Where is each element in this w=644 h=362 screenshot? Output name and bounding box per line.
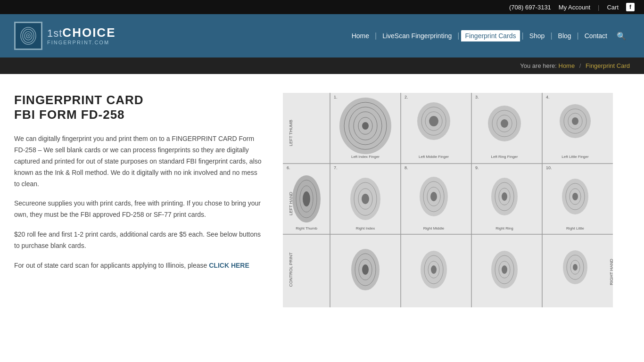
logo-brand-text: 1stCHOICE <box>47 26 116 39</box>
svg-text:Left Ring Finger: Left Ring Finger <box>491 155 518 159</box>
logo-fingerprint-icon <box>19 26 38 45</box>
logo-text: 1stCHOICE FINGERPRINT.COM <box>47 26 116 45</box>
svg-text:LEFT THUMB: LEFT THUMB <box>289 120 293 146</box>
svg-point-32 <box>572 117 578 125</box>
logo-area[interactable]: 1stCHOICE FINGERPRINT.COM <box>14 22 116 50</box>
nav-contact[interactable]: Contact <box>581 30 611 41</box>
svg-point-52 <box>572 193 578 200</box>
nav-home[interactable]: Home <box>348 30 373 41</box>
paragraph-1: We can digitally fingerprint you and pri… <box>14 133 264 189</box>
search-icon[interactable]: 🔍 <box>613 30 630 42</box>
svg-point-44 <box>430 192 437 201</box>
svg-text:8.: 8. <box>405 165 408 170</box>
svg-point-68 <box>573 264 578 271</box>
svg-point-4 <box>28 35 29 37</box>
svg-text:2.: 2. <box>405 95 408 99</box>
paragraph-2: Secureone supplies you with print cards,… <box>14 198 264 221</box>
breadcrumb-prefix: You are here: <box>520 62 557 69</box>
svg-text:CONTROL PRINT: CONTROL PRINT <box>289 252 293 287</box>
svg-text:1.: 1. <box>334 95 338 99</box>
svg-point-28 <box>501 119 508 128</box>
image-section: LEFT THUMB LEFT HAND CONTROL PRINT <box>283 93 613 307</box>
svg-point-60 <box>431 265 437 274</box>
svg-text:3.: 3. <box>475 95 479 99</box>
svg-text:RIGHT HAND: RIGHT HAND <box>609 259 613 285</box>
svg-point-40 <box>362 194 369 204</box>
breadcrumb-home[interactable]: Home <box>559 62 575 69</box>
svg-text:Left Middle Finger: Left Middle Finger <box>419 155 449 159</box>
breadcrumb-separator: / <box>579 62 581 69</box>
svg-text:10.: 10. <box>546 165 552 170</box>
fingerprint-card-svg: LEFT THUMB LEFT HAND CONTROL PRINT <box>283 93 613 307</box>
svg-text:Right Little: Right Little <box>566 226 584 230</box>
svg-point-36 <box>303 191 310 206</box>
fingerprint-card-image: LEFT THUMB LEFT HAND CONTROL PRINT <box>283 93 613 307</box>
nav-sep-5: | <box>577 32 579 40</box>
nav-shop[interactable]: Shop <box>526 30 549 41</box>
svg-text:Right Ring: Right Ring <box>495 226 513 230</box>
my-account-link[interactable]: My Account <box>559 4 590 11</box>
click-here-link[interactable]: CLICK HERE <box>209 262 249 269</box>
svg-text:Right Middle: Right Middle <box>423 226 445 230</box>
svg-text:7.: 7. <box>334 165 338 170</box>
nav-sep-2: | <box>457 32 459 40</box>
nav-livescan[interactable]: LiveScan Fingerprinting <box>379 30 455 41</box>
breadcrumb-current: Fingerprint Card <box>586 62 630 69</box>
svg-text:9.: 9. <box>475 165 479 170</box>
logo-box <box>14 22 42 50</box>
svg-text:Right Thumb: Right Thumb <box>296 226 317 230</box>
main-nav: Home | LiveScan Fingerprinting | Fingerp… <box>348 30 630 42</box>
breadcrumb: You are here: Home / Fingerprint Card <box>520 62 630 69</box>
facebook-link[interactable]: f <box>626 3 635 11</box>
content-area: FINGERPRINT CARD FBI FORM FD-258 We can … <box>0 74 644 326</box>
svg-point-20 <box>362 122 369 130</box>
logo-choice: CHOICE <box>62 25 116 40</box>
top-bar: (708) 697-3131 My Account | Cart f <box>0 0 644 14</box>
svg-point-64 <box>502 265 507 274</box>
phone-number: (708) 697-3131 <box>509 4 551 11</box>
svg-text:4.: 4. <box>546 95 550 99</box>
para4-text: For out of state card scan for applicant… <box>14 262 209 269</box>
svg-text:Left Index Finger: Left Index Finger <box>351 155 380 159</box>
svg-point-56 <box>362 264 369 275</box>
nav-sep-3: | <box>522 32 524 40</box>
nav-fingerprint-cards[interactable]: Fingerprint Cards <box>461 30 520 41</box>
svg-text:6.: 6. <box>287 165 290 170</box>
logo-subtitle: FINGERPRINT.COM <box>47 40 116 45</box>
svg-point-48 <box>502 192 507 201</box>
page-title: FINGERPRINT CARD FBI FORM FD-258 <box>14 93 264 122</box>
svg-point-24 <box>429 116 438 126</box>
logo-first: 1st <box>47 27 62 39</box>
paragraph-4: For out of state card scan for applicant… <box>14 260 264 272</box>
nav-sep-1: | <box>375 32 377 40</box>
cart-link[interactable]: Cart <box>607 4 619 11</box>
header: 1stCHOICE FINGERPRINT.COM Home | LiveSca… <box>0 14 644 58</box>
facebook-icon: f <box>626 3 635 11</box>
svg-text:Left Little Finger: Left Little Finger <box>561 155 589 159</box>
text-section: FINGERPRINT CARD FBI FORM FD-258 We can … <box>14 93 264 307</box>
paragraph-3: $20 roll fee and first 1-2 print cards, … <box>14 229 264 252</box>
separator: | <box>598 4 599 11</box>
svg-text:Right Index: Right Index <box>356 226 375 230</box>
nav-blog[interactable]: Blog <box>554 30 575 41</box>
breadcrumb-bar: You are here: Home / Fingerprint Card <box>0 58 644 74</box>
nav-sep-4: | <box>550 32 552 40</box>
